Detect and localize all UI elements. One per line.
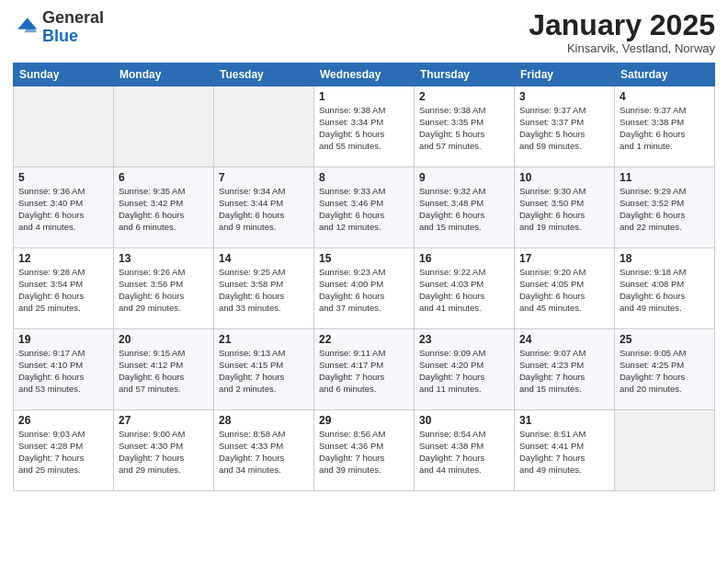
calendar-week-2: 5Sunrise: 9:36 AM Sunset: 3:40 PM Daylig…: [14, 167, 715, 248]
table-cell: 19Sunrise: 9:17 AM Sunset: 4:10 PM Dayli…: [14, 329, 114, 410]
day-info: Sunrise: 9:38 AM Sunset: 3:34 PM Dayligh…: [319, 105, 409, 152]
day-number: 16: [419, 252, 509, 265]
day-number: 26: [18, 414, 108, 427]
day-number: 15: [319, 252, 409, 265]
day-info: Sunrise: 9:32 AM Sunset: 3:48 PM Dayligh…: [419, 186, 509, 233]
table-cell: 21Sunrise: 9:13 AM Sunset: 4:15 PM Dayli…: [214, 329, 314, 410]
col-monday: Monday: [114, 63, 214, 86]
day-info: Sunrise: 8:51 AM Sunset: 4:41 PM Dayligh…: [519, 429, 609, 476]
day-number: 1: [319, 90, 409, 103]
table-cell: 22Sunrise: 9:11 AM Sunset: 4:17 PM Dayli…: [314, 329, 415, 410]
logo-general-text: General: [42, 8, 104, 27]
calendar-week-3: 12Sunrise: 9:28 AM Sunset: 3:54 PM Dayli…: [14, 248, 715, 329]
day-number: 18: [620, 252, 710, 265]
day-number: 29: [319, 414, 409, 427]
col-sunday: Sunday: [14, 63, 114, 86]
logo-icon: [13, 15, 39, 40]
day-info: Sunrise: 9:03 AM Sunset: 4:28 PM Dayligh…: [18, 429, 108, 476]
day-number: 3: [519, 90, 609, 103]
day-info: Sunrise: 9:15 AM Sunset: 4:12 PM Dayligh…: [119, 348, 209, 395]
day-number: 14: [219, 252, 309, 265]
day-info: Sunrise: 9:07 AM Sunset: 4:23 PM Dayligh…: [519, 348, 609, 395]
logo-blue-text: Blue: [42, 27, 78, 45]
day-info: Sunrise: 9:11 AM Sunset: 4:17 PM Dayligh…: [319, 348, 409, 395]
day-number: 8: [319, 171, 409, 184]
day-info: Sunrise: 9:30 AM Sunset: 3:50 PM Dayligh…: [519, 186, 609, 233]
table-cell: [114, 86, 214, 167]
col-wednesday: Wednesday: [314, 63, 415, 86]
table-cell: 30Sunrise: 8:54 AM Sunset: 4:38 PM Dayli…: [415, 410, 515, 491]
calendar-table: Sunday Monday Tuesday Wednesday Thursday…: [13, 63, 715, 491]
table-cell: 12Sunrise: 9:28 AM Sunset: 3:54 PM Dayli…: [14, 248, 114, 329]
table-cell: 4Sunrise: 9:37 AM Sunset: 3:38 PM Daylig…: [615, 86, 715, 167]
day-number: 23: [419, 333, 509, 346]
day-number: 4: [620, 90, 710, 103]
table-cell: 24Sunrise: 9:07 AM Sunset: 4:23 PM Dayli…: [515, 329, 615, 410]
day-number: 7: [219, 171, 309, 184]
col-thursday: Thursday: [415, 63, 515, 86]
table-cell: 18Sunrise: 9:18 AM Sunset: 4:08 PM Dayli…: [615, 248, 715, 329]
day-number: 21: [219, 333, 309, 346]
day-number: 31: [519, 414, 609, 427]
day-info: Sunrise: 9:05 AM Sunset: 4:25 PM Dayligh…: [620, 348, 710, 395]
day-info: Sunrise: 9:17 AM Sunset: 4:10 PM Dayligh…: [18, 348, 108, 395]
day-info: Sunrise: 9:35 AM Sunset: 3:42 PM Dayligh…: [119, 186, 209, 233]
day-number: 6: [119, 171, 209, 184]
day-info: Sunrise: 9:36 AM Sunset: 3:40 PM Dayligh…: [18, 186, 108, 233]
day-number: 2: [419, 90, 509, 103]
table-cell: 16Sunrise: 9:22 AM Sunset: 4:03 PM Dayli…: [415, 248, 515, 329]
table-cell: 5Sunrise: 9:36 AM Sunset: 3:40 PM Daylig…: [14, 167, 114, 248]
title-block: January 2025 Kinsarvik, Vestland, Norway: [529, 9, 715, 55]
day-info: Sunrise: 9:33 AM Sunset: 3:46 PM Dayligh…: [319, 186, 409, 233]
table-cell: 2Sunrise: 9:38 AM Sunset: 3:35 PM Daylig…: [415, 86, 515, 167]
col-tuesday: Tuesday: [214, 63, 314, 86]
day-info: Sunrise: 9:13 AM Sunset: 4:15 PM Dayligh…: [219, 348, 309, 395]
day-info: Sunrise: 9:23 AM Sunset: 4:00 PM Dayligh…: [319, 267, 409, 314]
day-number: 12: [18, 252, 108, 265]
table-cell: 31Sunrise: 8:51 AM Sunset: 4:41 PM Dayli…: [515, 410, 615, 491]
header: General Blue January 2025 Kinsarvik, Ves…: [13, 9, 715, 55]
day-number: 27: [119, 414, 209, 427]
table-cell: [14, 86, 114, 167]
table-cell: 6Sunrise: 9:35 AM Sunset: 3:42 PM Daylig…: [114, 167, 214, 248]
day-info: Sunrise: 9:34 AM Sunset: 3:44 PM Dayligh…: [219, 186, 309, 233]
day-number: 30: [419, 414, 509, 427]
day-info: Sunrise: 8:58 AM Sunset: 4:33 PM Dayligh…: [219, 429, 309, 476]
day-info: Sunrise: 9:09 AM Sunset: 4:20 PM Dayligh…: [419, 348, 509, 395]
table-cell: 17Sunrise: 9:20 AM Sunset: 4:05 PM Dayli…: [515, 248, 615, 329]
svg-marker-0: [17, 17, 37, 29]
day-number: 24: [519, 333, 609, 346]
col-saturday: Saturday: [615, 63, 715, 86]
day-info: Sunrise: 9:20 AM Sunset: 4:05 PM Dayligh…: [519, 267, 609, 314]
month-title: January 2025: [529, 9, 715, 41]
day-info: Sunrise: 9:29 AM Sunset: 3:52 PM Dayligh…: [620, 186, 710, 233]
day-info: Sunrise: 9:37 AM Sunset: 3:38 PM Dayligh…: [620, 105, 710, 152]
day-number: 19: [18, 333, 108, 346]
day-number: 10: [519, 171, 609, 184]
logo: General Blue: [13, 9, 104, 46]
table-cell: [615, 410, 715, 491]
table-cell: 13Sunrise: 9:26 AM Sunset: 3:56 PM Dayli…: [114, 248, 214, 329]
calendar-header-row: Sunday Monday Tuesday Wednesday Thursday…: [14, 63, 715, 86]
table-cell: 27Sunrise: 9:00 AM Sunset: 4:30 PM Dayli…: [114, 410, 214, 491]
day-number: 11: [620, 171, 710, 184]
table-cell: [214, 86, 314, 167]
day-info: Sunrise: 9:00 AM Sunset: 4:30 PM Dayligh…: [119, 429, 209, 476]
calendar-week-5: 26Sunrise: 9:03 AM Sunset: 4:28 PM Dayli…: [14, 410, 715, 491]
table-cell: 14Sunrise: 9:25 AM Sunset: 3:58 PM Dayli…: [214, 248, 314, 329]
day-number: 25: [620, 333, 710, 346]
day-info: Sunrise: 9:18 AM Sunset: 4:08 PM Dayligh…: [620, 267, 710, 314]
location-subtitle: Kinsarvik, Vestland, Norway: [529, 41, 715, 55]
table-cell: 25Sunrise: 9:05 AM Sunset: 4:25 PM Dayli…: [615, 329, 715, 410]
table-cell: 11Sunrise: 9:29 AM Sunset: 3:52 PM Dayli…: [615, 167, 715, 248]
table-cell: 9Sunrise: 9:32 AM Sunset: 3:48 PM Daylig…: [415, 167, 515, 248]
day-info: Sunrise: 9:25 AM Sunset: 3:58 PM Dayligh…: [219, 267, 309, 314]
table-cell: 20Sunrise: 9:15 AM Sunset: 4:12 PM Dayli…: [114, 329, 214, 410]
table-cell: 1Sunrise: 9:38 AM Sunset: 3:34 PM Daylig…: [314, 86, 415, 167]
table-cell: 10Sunrise: 9:30 AM Sunset: 3:50 PM Dayli…: [515, 167, 615, 248]
calendar-week-1: 1Sunrise: 9:38 AM Sunset: 3:34 PM Daylig…: [14, 86, 715, 167]
day-number: 5: [18, 171, 108, 184]
day-number: 17: [519, 252, 609, 265]
day-info: Sunrise: 8:54 AM Sunset: 4:38 PM Dayligh…: [419, 429, 509, 476]
table-cell: 23Sunrise: 9:09 AM Sunset: 4:20 PM Dayli…: [415, 329, 515, 410]
